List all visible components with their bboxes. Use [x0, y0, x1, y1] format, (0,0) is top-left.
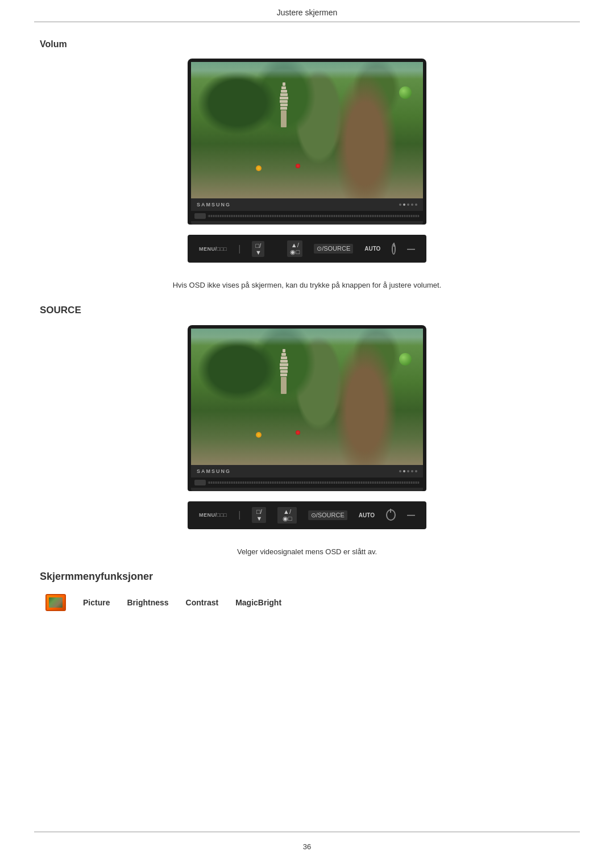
dot3 — [407, 203, 409, 206]
monitor-screen-volum — [191, 62, 423, 198]
picture-row: Picture Brightness Contrast MagicBright — [40, 594, 574, 611]
sky-patch — [191, 62, 423, 79]
monitor-bottom-bar-source — [191, 477, 423, 488]
page-container: Justere skjermen Volum — [0, 0, 614, 868]
btn-auto-2[interactable]: AUTO — [359, 512, 375, 518]
samsung-logo-source: SAMSUNG — [197, 468, 231, 474]
btn-minus[interactable]: — — [407, 244, 415, 254]
monitor-outer-volum: SAMSUNG — [188, 59, 426, 225]
picture-label: Picture — [83, 598, 110, 607]
btn-power[interactable] — [392, 243, 396, 255]
sky-patch-source — [191, 329, 423, 346]
bottom-rule — [34, 832, 580, 832]
btn-nav2-group: ▲/◉□ — [287, 240, 302, 257]
pagoda-icon-source — [279, 349, 288, 400]
btn-minus-2[interactable]: — — [407, 510, 415, 520]
garden-scene-volum — [191, 62, 423, 198]
sdot4 — [411, 470, 413, 472]
monitor-image-volum: SAMSUNG — [40, 59, 574, 225]
section-title-source: SOURCE — [40, 305, 574, 316]
btn-auto[interactable]: AUTO — [364, 246, 380, 252]
btn-menu-label-2: MENU/□□□ — [199, 512, 227, 518]
buttons-panel-wrapper-volum: MENU/□□□ | □/▼ ▲/◉□ ⊙/SOURCE AUTO — — [40, 235, 574, 263]
dot2 — [403, 203, 405, 206]
bottom-bar-line-volum — [208, 215, 420, 217]
btn-source-group-2: ⊙/SOURCE — [308, 510, 347, 520]
btn-nav2[interactable]: ▲/◉□ — [287, 240, 302, 257]
page-header: Justere skjermen — [0, 0, 614, 22]
monitor-dots-volum — [399, 203, 417, 206]
monitor-outer-source: SAMSUNG — [188, 325, 426, 491]
monitor-screen-source — [191, 329, 423, 465]
bottom-area: 36 — [0, 832, 614, 851]
bottom-control-volum — [194, 213, 206, 219]
bottom-control-source — [194, 480, 206, 485]
sdot1 — [399, 470, 401, 472]
picture-icon-inner — [49, 597, 63, 608]
sdot5 — [415, 470, 417, 472]
picture-icon — [45, 594, 66, 611]
btn-source-group: ⊙/SOURCE — [314, 244, 353, 254]
separator1: | — [238, 244, 240, 254]
flower-red — [296, 164, 300, 168]
btn-power-2[interactable] — [386, 509, 396, 521]
sdot3 — [407, 470, 409, 472]
btn-nav1-2[interactable]: □/▼ — [252, 507, 266, 523]
section-title-skjerm: Skjermmenyfunksjoner — [40, 571, 574, 583]
monitor-bottom-bar-volum — [191, 211, 423, 221]
volum-description: Hvis OSD ikke vises på skjermen, kan du … — [40, 280, 574, 291]
flower-yellow — [256, 165, 262, 171]
flower-yellow-source — [256, 432, 262, 438]
flower-red-source — [296, 430, 300, 435]
btn-menu-label: MENU/□□□ — [199, 246, 227, 252]
buttons-panel-volum: MENU/□□□ | □/▼ ▲/◉□ ⊙/SOURCE AUTO — — [188, 235, 426, 263]
btn-source-2[interactable]: ⊙/SOURCE — [308, 510, 347, 520]
buttons-panel-source: MENU/□□□ | □/▼ ▲/◉□ ⊙/SOURCE AUTO — — [188, 501, 426, 529]
buttons-panel-wrapper-source: MENU/□□□ | □/▼ ▲/◉□ ⊙/SOURCE AUTO — — [40, 501, 574, 529]
btn-nav1[interactable]: □/▼ — [252, 241, 264, 257]
section-title-volum: Volum — [40, 39, 574, 49]
monitor-logo-bar-volum: SAMSUNG — [191, 198, 423, 211]
source-description: Velger videosignalet mens OSD er slått a… — [40, 546, 574, 558]
green-ball-decoration — [399, 86, 412, 99]
monitor-logo-bar-source: SAMSUNG — [191, 465, 423, 477]
monitor-image-source: SAMSUNG — [40, 325, 574, 491]
separator1-2: | — [238, 510, 240, 520]
monitor-stand-foot-volum — [191, 221, 423, 225]
monitor-stand-foot-source — [191, 488, 423, 491]
magicbright-label: MagicBright — [235, 598, 281, 607]
main-content: Volum — [0, 22, 614, 645]
dot4 — [411, 203, 413, 206]
skjerm-section: Skjermmenyfunksjoner Picture Brightness … — [40, 571, 574, 611]
btn-source[interactable]: ⊙/SOURCE — [314, 244, 353, 254]
page-number: 36 — [0, 838, 614, 851]
green-ball-source — [399, 353, 412, 366]
sdot2 — [403, 470, 405, 472]
garden-scene-source — [191, 329, 423, 465]
pagoda-icon — [279, 82, 288, 134]
bottom-bar-line-source — [208, 481, 420, 484]
btn-nav1-group-2: □/▼ — [252, 507, 266, 523]
btn-nav2-2[interactable]: ▲/◉□ — [277, 507, 296, 524]
dot1 — [399, 203, 401, 206]
contrast-label: Contrast — [186, 598, 219, 607]
btn-nav1-group: □/▼ — [252, 241, 264, 257]
samsung-logo-volum: SAMSUNG — [197, 202, 231, 207]
dot5 — [415, 203, 417, 206]
btn-nav2-group-2: ▲/◉□ — [277, 507, 296, 524]
header-title: Justere skjermen — [277, 8, 338, 17]
brightness-label: Brightness — [127, 598, 168, 607]
monitor-dots-source — [399, 470, 417, 472]
